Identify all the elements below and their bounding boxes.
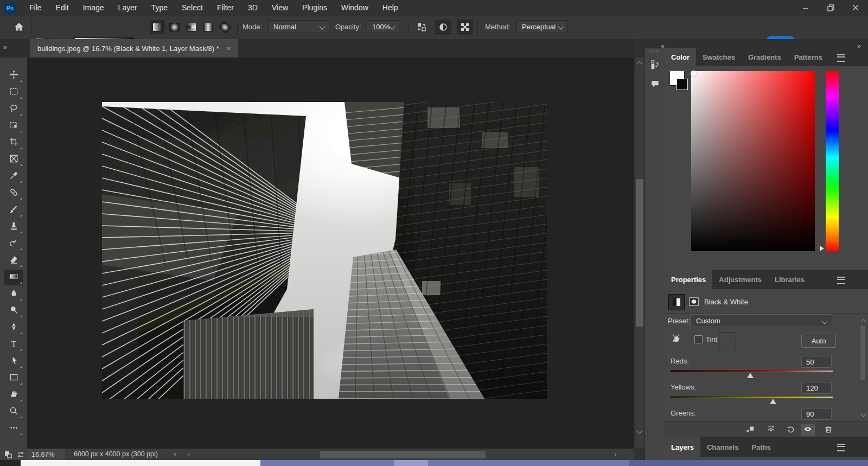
- targeted-adjustment-button[interactable]: [670, 333, 682, 344]
- menu-edit[interactable]: Edit: [49, 0, 76, 16]
- history-panel-button[interactable]: [647, 56, 662, 72]
- properties-tab-adjustments[interactable]: Adjustments: [712, 270, 768, 289]
- transparency-toggle[interactable]: [457, 20, 473, 35]
- adjustment-layer-thumbnail[interactable]: [668, 294, 685, 310]
- taskbar-segment[interactable]: [394, 460, 428, 466]
- reverse-toggle[interactable]: [413, 20, 430, 35]
- eyedropper-tool[interactable]: [0, 168, 27, 185]
- scroll-up-icon[interactable]: [636, 61, 642, 67]
- properties-tab-properties[interactable]: Properties: [665, 270, 712, 289]
- frame-tool[interactable]: [0, 151, 27, 168]
- spot-healing-brush-tool[interactable]: [0, 185, 27, 202]
- menu-3d[interactable]: 3D: [241, 0, 265, 16]
- saturation-brightness-field[interactable]: [691, 71, 815, 251]
- canvas-area[interactable]: [27, 58, 634, 448]
- edit-toolbar-tool[interactable]: [0, 420, 27, 437]
- taskbar-segment[interactable]: [629, 460, 868, 466]
- visibility-button[interactable]: [801, 424, 815, 436]
- tint-checkbox[interactable]: [694, 335, 703, 343]
- mode-select[interactable]: Normal: [268, 20, 329, 33]
- minimize-button[interactable]: [793, 0, 818, 15]
- eraser-tool[interactable]: [0, 252, 27, 269]
- taskbar-segment[interactable]: [0, 460, 21, 466]
- brush-tool[interactable]: [0, 202, 27, 219]
- tint-color-swatch[interactable]: [719, 333, 736, 348]
- hue-slider-thumb[interactable]: [820, 246, 824, 251]
- document-tab[interactable]: buildings.jpeg @ 16.7% (Black & White 1,…: [30, 39, 238, 58]
- move-tool[interactable]: [0, 67, 27, 84]
- menu-plugins[interactable]: Plugins: [295, 0, 334, 16]
- close-button[interactable]: [843, 0, 868, 15]
- vertical-scrollbar[interactable]: [635, 58, 644, 448]
- menu-help[interactable]: Help: [375, 0, 405, 16]
- menu-file[interactable]: File: [22, 0, 49, 16]
- home-button[interactable]: [13, 21, 25, 33]
- path-selection-tool[interactable]: [0, 353, 27, 370]
- method-select[interactable]: Perceptual: [516, 20, 568, 33]
- panel-scroll-up-icon[interactable]: [860, 319, 866, 325]
- menu-filter[interactable]: Filter: [210, 0, 241, 16]
- taskbar-segment[interactable]: [428, 460, 629, 466]
- expand-toolbar-icon[interactable]: »: [3, 43, 6, 51]
- comments-panel-button[interactable]: [647, 76, 662, 91]
- restore-button[interactable]: [818, 0, 843, 15]
- menu-type[interactable]: Type: [144, 0, 175, 16]
- reds-slider-track[interactable]: [671, 370, 833, 372]
- dither-toggle[interactable]: [435, 20, 451, 35]
- rectangle-tool[interactable]: [0, 370, 27, 387]
- yellows-value-field[interactable]: 120: [801, 382, 832, 394]
- layers-panel-menu-icon[interactable]: [837, 444, 845, 451]
- zoom-tool[interactable]: [0, 404, 27, 420]
- layer-mask-thumbnail[interactable]: [686, 294, 701, 309]
- delete-button[interactable]: [821, 424, 835, 436]
- color-tab-gradients[interactable]: Gradients: [742, 48, 788, 66]
- yellows-slider-thumb[interactable]: [770, 399, 776, 404]
- preset-select[interactable]: Custom: [690, 314, 832, 327]
- rectangular-marquee-tool[interactable]: [0, 84, 27, 101]
- vertical-scrollbar-thumb[interactable]: [636, 179, 643, 327]
- menu-view[interactable]: View: [265, 0, 295, 16]
- reset-button[interactable]: [784, 424, 798, 436]
- horizontal-scrollbar-thumb[interactable]: [320, 451, 486, 458]
- taskbar-segment[interactable]: [260, 460, 394, 466]
- color-panel-menu-icon[interactable]: [837, 54, 845, 62]
- layers-tab-channels[interactable]: Channels: [700, 437, 745, 457]
- menu-select[interactable]: Select: [175, 0, 210, 16]
- crop-tool[interactable]: [0, 135, 27, 151]
- type-tool[interactable]: T: [0, 336, 27, 353]
- color-tab-swatches[interactable]: Swatches: [696, 48, 742, 66]
- swap-arrows-icon[interactable]: [16, 450, 25, 459]
- reds-value-field[interactable]: 50: [801, 356, 832, 368]
- hand-tool[interactable]: [0, 387, 27, 404]
- opacity-select[interactable]: 100%: [367, 20, 399, 33]
- menu-layer[interactable]: Layer: [111, 0, 144, 16]
- scroll-left-icon[interactable]: ‹: [188, 450, 190, 458]
- panel-scroll-down-icon[interactable]: [860, 411, 866, 417]
- scroll-down-icon[interactable]: [636, 427, 642, 433]
- yellows-slider-track[interactable]: [671, 396, 833, 398]
- menu-window[interactable]: Window: [334, 0, 375, 16]
- background-color-swatch[interactable]: [676, 79, 688, 90]
- pen-tool[interactable]: [0, 320, 27, 336]
- hue-slider[interactable]: [826, 71, 839, 251]
- gradient-type-radial-button[interactable]: [167, 20, 182, 34]
- status-expander-icon[interactable]: ›: [174, 450, 176, 458]
- color-tab-color[interactable]: Color: [665, 48, 696, 66]
- panel-scrollbar-thumb[interactable]: [860, 325, 865, 380]
- gradient-tool[interactable]: [0, 269, 27, 286]
- layers-tab-layers[interactable]: Layers: [665, 437, 700, 457]
- greens-value-field[interactable]: 90: [801, 408, 832, 420]
- foreground-background-colors-icon[interactable]: [4, 450, 12, 459]
- scroll-right-icon[interactable]: ›: [614, 450, 617, 458]
- clone-stamp-tool[interactable]: [0, 219, 27, 235]
- object-selection-tool[interactable]: [0, 118, 27, 135]
- document-close-icon[interactable]: ×: [227, 44, 231, 53]
- zoom-level-field[interactable]: 16.67%: [27, 449, 65, 461]
- layers-tab-paths[interactable]: Paths: [745, 437, 777, 457]
- taskbar-segment[interactable]: [21, 460, 260, 466]
- properties-tab-libraries[interactable]: Libraries: [768, 270, 811, 289]
- reds-slider-thumb[interactable]: [747, 373, 754, 378]
- menu-image[interactable]: Image: [76, 0, 111, 16]
- blur-tool[interactable]: [0, 286, 27, 303]
- gradient-type-angle-button[interactable]: [183, 20, 199, 34]
